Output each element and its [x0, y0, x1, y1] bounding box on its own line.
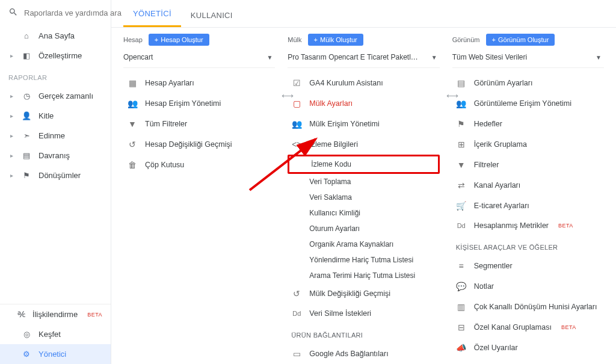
- search-term-exclusion[interactable]: Arama Terimi Hariç Tutma Listesi: [288, 268, 439, 283]
- delete-requests[interactable]: DdVeri Silme İstekleri: [288, 304, 439, 323]
- ads-links[interactable]: ▭Google Ads Bağlantıları: [288, 344, 439, 364]
- item-label: Oturum Ayarları: [309, 224, 360, 233]
- nav-acquisition[interactable]: ▸ ➣ Edinme: [0, 126, 111, 146]
- nav-label: Özelleştirme: [38, 51, 82, 60]
- account-settings[interactable]: ▦Hesap Ayarları: [123, 73, 275, 93]
- item-label: İçerik Gruplama: [474, 140, 527, 149]
- megaphone-icon: 📣: [456, 343, 467, 353]
- segments[interactable]: ≡Segmentler: [452, 256, 604, 276]
- custom-channel[interactable]: ⊟Özel Kanal GruplamasıBETA: [452, 317, 604, 338]
- nav-conversions[interactable]: ▸ ⚑ Dönüşümler: [0, 165, 111, 185]
- mcf-settings[interactable]: ▥Çok Kanallı Dönüşüm Hunisi Ayarları: [452, 297, 604, 317]
- create-view-label: Görünüm Oluştur: [498, 36, 549, 43]
- move-handle-icon[interactable]: ⟷: [282, 91, 294, 100]
- item-label: Hesap Erişim Yönetimi: [145, 99, 221, 108]
- left-sidebar: ⌂ Ana Sayfa ▸ ◧ Özelleştirme RAPORLAR ▸ …: [0, 0, 111, 364]
- item-label: İzleme Bilgileri: [309, 140, 358, 149]
- view-filters[interactable]: ▼Filtreler: [452, 155, 604, 175]
- property-ga4[interactable]: ☑GA4 Kurulum Asistanı: [288, 73, 439, 93]
- acquisition-icon: ➣: [22, 131, 31, 140]
- create-view-button[interactable]: + Görünüm Oluştur: [486, 34, 555, 46]
- move-handle-icon[interactable]: ⟷: [446, 91, 458, 100]
- ads-icon: ▭: [291, 349, 302, 359]
- custom-alerts[interactable]: 📣Özel Uyarılar: [452, 338, 604, 358]
- item-label: Mülk Ayarları: [309, 99, 353, 108]
- data-collection[interactable]: Veri Toplama: [288, 174, 439, 190]
- item-label: Veri Saklama: [309, 193, 352, 202]
- view-label: Görünüm: [452, 36, 480, 43]
- item-label: Google Ads Bağlantıları: [309, 350, 388, 358]
- nav-label: Kitle: [38, 111, 54, 120]
- gear-icon: ⚙: [22, 350, 31, 359]
- nav-realtime[interactable]: ▸ ◷ Gerçek zamanlı: [0, 86, 111, 106]
- referral-exclusion[interactable]: Yönlendirme Hariç Tutma Listesi: [288, 252, 439, 268]
- nav-bottom: ℀ İlişkilendirme BETA ◎ Keşfet ⚙ Yönetic…: [0, 304, 111, 364]
- ecommerce-settings[interactable]: 🛒E-ticaret Ayarları: [452, 196, 604, 216]
- user-id[interactable]: Kullanıcı Kimliği: [288, 205, 439, 221]
- dd-icon: Dd: [456, 222, 467, 229]
- nav-admin[interactable]: ⚙ Yönetici: [0, 344, 111, 364]
- channel-settings[interactable]: ⇄Kanal Ayarları: [452, 175, 604, 196]
- view-column: ⟷ Görünüm + Görünüm Oluştur Tüm Web Site…: [452, 34, 616, 364]
- item-label: Özel Kanal Gruplaması: [474, 323, 552, 332]
- tab-admin[interactable]: YÖNETİCİ: [123, 2, 181, 27]
- nav: ⌂ Ana Sayfa ▸ ◧ Özelleştirme RAPORLAR ▸ …: [0, 26, 111, 304]
- view-goals[interactable]: ⚑Hedefler: [452, 114, 604, 134]
- property-access[interactable]: 👥Mülk Erişim Yönetimi: [288, 114, 439, 134]
- account-trash[interactable]: 🗑Çöp Kutusu: [123, 155, 275, 175]
- history-icon: ↺: [291, 289, 302, 298]
- nav-behavior[interactable]: ▸ ▤ Davranış: [0, 146, 111, 165]
- property-dropdown[interactable]: Pro Tasarım Opencart E Ticaret Paketleri…: [288, 49, 439, 68]
- account-dropdown[interactable]: Opencart ▼: [123, 49, 275, 68]
- nav-attribution[interactable]: ℀ İlişkilendirme BETA: [0, 304, 111, 324]
- filter-icon: ▼: [127, 119, 138, 129]
- nav-customize[interactable]: ▸ ◧ Özelleştirme: [0, 46, 111, 66]
- item-label: Görüntüleme Erişim Yönetimi: [474, 99, 571, 108]
- create-property-button[interactable]: + Mülk Oluştur: [308, 34, 363, 46]
- create-property-label: Mülk Oluştur: [320, 36, 357, 43]
- chevron-right-icon: ▸: [8, 52, 14, 59]
- admin-columns: Hesap + Hesap Oluştur Opencart ▼ ▦Hesap …: [111, 28, 616, 364]
- nav-audience[interactable]: ▸ 👤 Kitle: [0, 106, 111, 126]
- item-label: Arama Terimi Hariç Tutma Listesi: [309, 271, 415, 280]
- scheduled-emails[interactable]: ✉Planlanmış E-postalar: [452, 358, 604, 364]
- beta-badge: BETA: [558, 223, 573, 229]
- beta-badge: BETA: [561, 324, 576, 330]
- item-label: Çok Kanallı Dönüşüm Hunisi Ayarları: [474, 303, 597, 311]
- data-retention[interactable]: Veri Saklama: [288, 190, 439, 205]
- nav-reports-header: RAPORLAR: [0, 66, 111, 86]
- search-input[interactable]: [24, 8, 125, 17]
- customize-icon: ◧: [22, 51, 31, 60]
- create-account-button[interactable]: + Hesap Oluştur: [149, 34, 209, 46]
- property-history[interactable]: ↺Mülk Değişikliği Geçmişi: [288, 283, 439, 304]
- nav-home[interactable]: ⌂ Ana Sayfa: [0, 26, 111, 46]
- item-label: Mülk Erişim Yönetimi: [309, 120, 379, 128]
- session-settings[interactable]: Oturum Ayarları: [288, 221, 439, 236]
- calc-metrics[interactable]: DdHesaplanmış MetriklerBETA: [452, 216, 604, 235]
- item-label: Özel Uyarılar: [474, 344, 518, 352]
- notes[interactable]: 💬Notlar: [452, 276, 604, 297]
- view-access[interactable]: 👥Görüntüleme Erişim Yönetimi: [452, 93, 604, 114]
- cart-icon: 🛒: [456, 201, 467, 211]
- chevron-right-icon: ▸: [8, 93, 14, 99]
- view-settings[interactable]: ▤Görünüm Ayarları: [452, 73, 604, 93]
- person-icon: 👤: [22, 111, 31, 120]
- grouping-icon: ⊞: [456, 140, 467, 149]
- organic-sources[interactable]: Organik Arama Kaynakları: [288, 236, 439, 252]
- funnel-icon: ▥: [456, 302, 467, 312]
- property-tracking[interactable]: <>İzleme Bilgileri: [288, 134, 439, 155]
- tracking-code[interactable]: İzleme Kodu: [288, 155, 439, 174]
- attribution-icon: ℀: [17, 310, 25, 319]
- tab-user[interactable]: KULLANICI: [181, 4, 242, 27]
- account-access[interactable]: 👥Hesap Erişim Yönetimi: [123, 93, 275, 114]
- account-dropdown-value: Opencart: [123, 53, 153, 61]
- account-filters[interactable]: ▼Tüm Filtreler: [123, 114, 275, 134]
- content-grouping[interactable]: ⊞İçerik Gruplama: [452, 134, 604, 155]
- item-label: GA4 Kurulum Asistanı: [309, 79, 383, 87]
- property-settings[interactable]: ▢Mülk Ayarları: [288, 93, 439, 114]
- account-history[interactable]: ↺Hesap Değişikliği Geçmişi: [123, 134, 275, 155]
- view-dropdown[interactable]: Tüm Web Sitesi Verileri ▼: [452, 49, 604, 68]
- nav-label: Ana Sayfa: [38, 31, 75, 40]
- chevron-right-icon: ▸: [8, 172, 14, 179]
- nav-discover[interactable]: ◎ Keşfet: [0, 324, 111, 344]
